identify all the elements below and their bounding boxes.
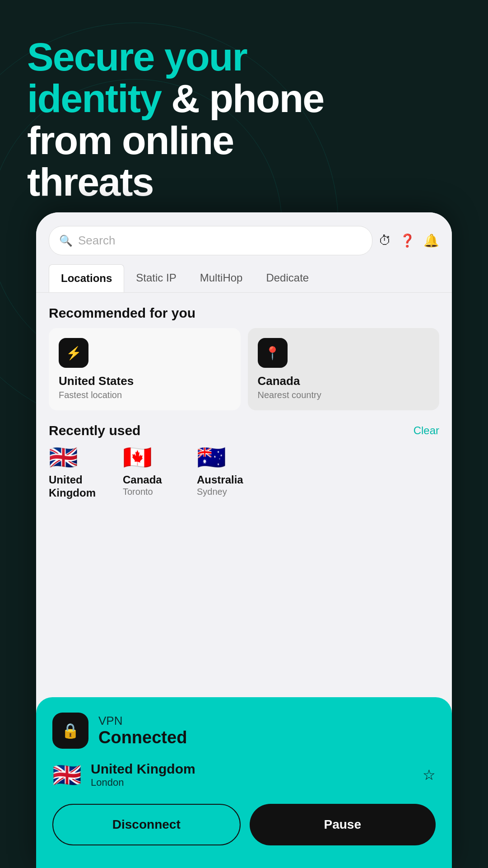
uk-flag-icon: 🇬🇧 xyxy=(49,446,78,469)
connected-location-name: United Kingdom xyxy=(91,761,414,777)
recommended-grid: ⚡ United States Fastest location 📍 Canad… xyxy=(36,328,452,410)
au-name: Australia xyxy=(197,474,243,487)
bell-icon[interactable]: 🔔 xyxy=(423,233,439,248)
recommended-card-ca[interactable]: 📍 Canada Nearest country xyxy=(248,328,440,410)
us-card-subtitle: Fastest location xyxy=(59,390,231,400)
search-icon: 🔍 xyxy=(59,235,73,247)
hero-line4: threats xyxy=(27,160,153,204)
clear-button[interactable]: Clear xyxy=(414,424,439,437)
speed-icon[interactable]: ⏱ xyxy=(379,233,391,248)
tab-static-ip[interactable]: Static IP xyxy=(124,264,188,292)
tab-multihop[interactable]: MultiHop xyxy=(188,264,255,292)
au-city: Sydney xyxy=(197,487,227,497)
recommended-card-us[interactable]: ⚡ United States Fastest location xyxy=(49,328,241,410)
connected-location-row: 🇬🇧 United Kingdom London ☆ xyxy=(52,761,436,788)
hero-line3: from online xyxy=(27,118,233,163)
recently-used-title: Recently used xyxy=(49,423,140,438)
recent-item-au[interactable]: 🇦🇺 Australia Sydney xyxy=(197,446,260,500)
tab-locations[interactable]: Locations xyxy=(49,264,124,293)
hero-title: Secure your identity & phone from online… xyxy=(27,36,461,203)
us-card-title: United States xyxy=(59,374,231,388)
vpn-label: VPN xyxy=(98,714,187,728)
recently-used-header: Recently used Clear xyxy=(36,410,452,446)
hero-line2-accent: identity xyxy=(27,76,161,121)
vpn-status: Connected xyxy=(98,728,187,747)
disconnect-button[interactable]: Disconnect xyxy=(52,804,241,845)
ca-card-subtitle: Nearest country xyxy=(258,390,430,400)
connected-flag-icon: 🇬🇧 xyxy=(52,763,82,787)
recent-list: 🇬🇧 UnitedKingdom 🇨🇦 Canada Toronto 🇦🇺 Au… xyxy=(36,446,452,513)
search-bar-container: 🔍 Search ⏱ ❓ 🔔 xyxy=(36,212,452,260)
vpn-text: VPN Connected xyxy=(98,714,187,747)
recommended-title: Recommended for you xyxy=(36,293,452,328)
ca-card-icon: 📍 xyxy=(258,338,288,368)
bottom-connected-bar: 🔒 VPN Connected 🇬🇧 United Kingdom London… xyxy=(36,697,452,868)
hero-line2-normal: & phone xyxy=(161,76,324,121)
search-placeholder: Search xyxy=(78,234,115,248)
tab-bar: Locations Static IP MultiHop Dedicate xyxy=(36,260,452,293)
vpn-status-row: 🔒 VPN Connected xyxy=(52,713,436,749)
top-icons: ⏱ ❓ 🔔 xyxy=(379,233,439,248)
vpn-icon: 🔒 xyxy=(52,713,88,749)
ca-name: Canada xyxy=(123,474,162,487)
help-icon[interactable]: ❓ xyxy=(400,233,415,248)
tab-dedicated[interactable]: Dedicate xyxy=(254,264,321,292)
ca-city: Toronto xyxy=(123,487,153,497)
connected-location-info: United Kingdom London xyxy=(91,761,414,788)
pause-button[interactable]: Pause xyxy=(250,804,436,845)
action-buttons: Disconnect Pause xyxy=(52,804,436,845)
au-flag-icon: 🇦🇺 xyxy=(197,446,226,469)
hero-line1-accent: Secure your xyxy=(27,34,247,79)
hero-section: Secure your identity & phone from online… xyxy=(27,36,461,203)
uk-name: UnitedKingdom xyxy=(49,474,96,500)
ca-card-title: Canada xyxy=(258,374,430,388)
favorite-star-icon[interactable]: ☆ xyxy=(423,766,436,784)
connected-location-city: London xyxy=(91,777,414,788)
phone-mockup: 🔍 Search ⏱ ❓ 🔔 Locations Static IP Multi… xyxy=(36,212,452,868)
recent-item-ca[interactable]: 🇨🇦 Canada Toronto xyxy=(123,446,186,500)
search-bar[interactable]: 🔍 Search xyxy=(49,226,372,255)
recent-item-uk[interactable]: 🇬🇧 UnitedKingdom xyxy=(49,446,112,500)
us-card-icon: ⚡ xyxy=(59,338,88,368)
ca-flag-icon: 🇨🇦 xyxy=(123,446,152,469)
